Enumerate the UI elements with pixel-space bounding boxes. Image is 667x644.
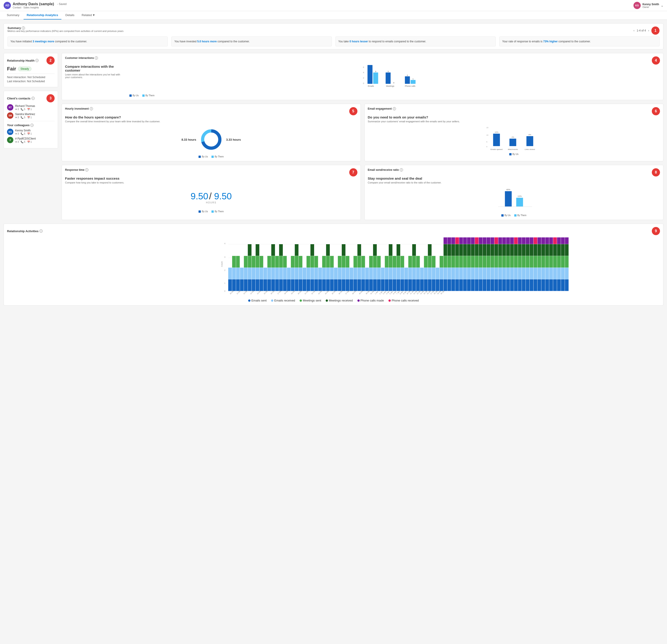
svg-rect-290 bbox=[494, 268, 498, 279]
svg-rect-174 bbox=[389, 268, 392, 279]
contact-sm-name: Sandra Martinez bbox=[15, 113, 35, 116]
client-contacts-title: Client's contacts i bbox=[7, 97, 35, 100]
tab-nav: Summary Relationship Analytics Details R… bbox=[0, 11, 667, 20]
svg-text:Links clicked: Links clicked bbox=[525, 148, 535, 150]
ci-subtitle: Learn more about the interactions you've… bbox=[65, 73, 124, 79]
user-info: Kenny Smith Owner bbox=[642, 3, 659, 9]
svg-rect-257 bbox=[471, 256, 475, 267]
hi-info-icon[interactable]: i bbox=[90, 107, 93, 110]
contact-ks-name: Kenny Smith bbox=[15, 129, 32, 132]
svg-text:2: 2 bbox=[224, 269, 226, 271]
svg-rect-347 bbox=[534, 256, 537, 267]
svg-rect-286 bbox=[490, 244, 494, 256]
svg-rect-215 bbox=[440, 256, 443, 267]
svg-rect-370 bbox=[549, 244, 553, 256]
svg-rect-229 bbox=[452, 256, 455, 267]
svg-rect-334 bbox=[526, 279, 530, 291]
svg-rect-254 bbox=[467, 237, 471, 244]
svg-rect-75 bbox=[260, 268, 263, 279]
svg-rect-122 bbox=[322, 279, 326, 291]
svg-rect-161 bbox=[373, 279, 377, 291]
tab-related[interactable]: Related ▼ bbox=[78, 11, 98, 19]
svg-rect-184 bbox=[401, 279, 404, 291]
ee-main-title: Do you need to work on your emails? bbox=[368, 115, 660, 119]
email-send-receive-panel: Email send/receive ratio i 8 Stay respon… bbox=[364, 165, 664, 220]
prev-arrow[interactable]: ‹ bbox=[632, 29, 636, 33]
summary-card-3: Your rate of response to emails is 73% h… bbox=[499, 36, 660, 46]
svg-rect-72 bbox=[256, 256, 259, 267]
svg-rect-343 bbox=[530, 237, 533, 244]
svg-rect-61 bbox=[244, 268, 247, 279]
summary-info-icon[interactable]: i bbox=[22, 27, 25, 30]
svg-rect-175 bbox=[389, 256, 392, 267]
svg-rect-81 bbox=[267, 256, 271, 267]
tab-details[interactable]: Details bbox=[62, 11, 78, 19]
tab-summary[interactable]: Summary bbox=[4, 11, 23, 19]
svg-rect-97 bbox=[287, 268, 291, 279]
svg-text:5 Jan: 5 Jan bbox=[389, 291, 393, 295]
svg-rect-247 bbox=[463, 244, 467, 256]
svg-text:2 Jan: 2 Jan bbox=[379, 291, 383, 295]
svg-rect-188 bbox=[404, 268, 408, 279]
svg-rect-382 bbox=[557, 237, 561, 244]
client-contacts-info-icon[interactable]: i bbox=[32, 97, 35, 100]
svg-rect-181 bbox=[396, 268, 400, 279]
svg-text:10: 10 bbox=[486, 134, 488, 136]
step-5: 5 bbox=[349, 107, 357, 115]
svg-rect-338 bbox=[526, 237, 530, 244]
svg-text:9 Jan: 9 Jan bbox=[403, 291, 407, 295]
tab-relationship-analytics[interactable]: Relationship Analytics bbox=[23, 11, 61, 19]
svg-rect-158 bbox=[369, 279, 373, 291]
hi-subtitle: Compare the overall time investment by y… bbox=[65, 120, 357, 123]
svg-rect-58 bbox=[240, 279, 244, 291]
svg-rect-274 bbox=[483, 256, 486, 267]
svg-rect-123 bbox=[322, 268, 326, 279]
ra-info-icon[interactable]: i bbox=[39, 230, 43, 233]
rt-legend: By Us By Them bbox=[65, 210, 357, 213]
svg-rect-266 bbox=[479, 279, 482, 291]
svg-rect-153 bbox=[361, 279, 365, 291]
svg-text:0: 0 bbox=[224, 290, 226, 292]
svg-rect-50 bbox=[228, 279, 232, 291]
svg-text:Emails opened: Emails opened bbox=[490, 148, 502, 150]
ci-info-icon[interactable]: i bbox=[95, 56, 98, 60]
svg-rect-66 bbox=[248, 244, 251, 256]
svg-rect-352 bbox=[538, 256, 541, 267]
health-info-icon[interactable]: i bbox=[35, 59, 38, 62]
chevron-down-icon[interactable]: ⌄ bbox=[661, 4, 663, 7]
svg-rect-105 bbox=[299, 279, 302, 291]
svg-rect-52 bbox=[232, 279, 236, 291]
svg-text:40%: 40% bbox=[506, 188, 510, 191]
colleagues-info-icon[interactable]: i bbox=[30, 124, 34, 127]
esr-info-icon[interactable]: i bbox=[400, 168, 403, 171]
svg-text:0: 0 bbox=[393, 82, 394, 84]
svg-rect-328 bbox=[522, 279, 525, 291]
svg-rect-57 bbox=[236, 256, 240, 267]
rt-info-icon[interactable]: i bbox=[85, 168, 88, 171]
svg-rect-255 bbox=[471, 279, 475, 291]
svg-rect-359 bbox=[541, 244, 545, 256]
svg-rect-86 bbox=[275, 279, 279, 291]
svg-rect-293 bbox=[494, 237, 498, 244]
svg-text:8%: 8% bbox=[528, 134, 531, 136]
svg-rect-335 bbox=[526, 268, 530, 279]
svg-rect-205 bbox=[428, 268, 432, 279]
svg-rect-256 bbox=[471, 268, 475, 279]
svg-rect-345 bbox=[534, 279, 537, 291]
svg-rect-318 bbox=[514, 268, 518, 279]
svg-text:Attachments: Attachments bbox=[508, 148, 518, 150]
svg-rect-163 bbox=[373, 256, 377, 267]
svg-rect-225 bbox=[448, 244, 451, 256]
contact-rt-name: Richard Thomas bbox=[15, 104, 35, 108]
svg-rect-331 bbox=[522, 244, 525, 256]
next-interaction: Next interaction: Not Scheduled bbox=[7, 76, 55, 79]
svg-rect-53 bbox=[232, 268, 236, 279]
svg-rect-87 bbox=[275, 268, 279, 279]
svg-rect-365 bbox=[545, 244, 549, 256]
svg-rect-145 bbox=[349, 268, 353, 279]
svg-rect-380 bbox=[557, 256, 561, 267]
next-arrow[interactable]: › bbox=[647, 29, 650, 33]
saved-badge: - Saved bbox=[57, 2, 66, 6]
ee-info-icon[interactable]: i bbox=[393, 107, 396, 110]
svg-rect-170 bbox=[385, 279, 389, 291]
